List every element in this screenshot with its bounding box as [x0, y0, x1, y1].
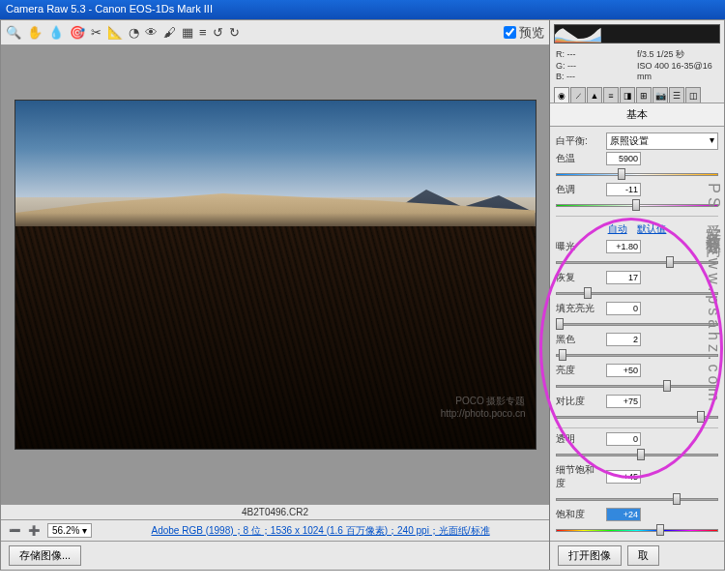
tab-lens[interactable]: ⊞	[636, 87, 652, 103]
default-link[interactable]: 默认值	[637, 223, 666, 234]
preview-label: 预览	[519, 24, 544, 42]
tab-basic[interactable]: ◉	[554, 87, 569, 103]
window-titlebar: Camera Raw 5.3 - Canon EOS-1Ds Mark III	[0, 0, 725, 19]
auto-default-links: 自动 默认值	[556, 220, 718, 238]
bottom-bar-left: 存储图像...	[1, 541, 549, 570]
clarity-label: 透明	[556, 432, 602, 446]
preview-checkbox[interactable]	[504, 26, 516, 39]
redeye-tool-icon[interactable]: 👁	[145, 25, 158, 40]
clarity-slider[interactable]	[556, 448, 718, 461]
grad-filter-icon[interactable]: ▦	[182, 25, 193, 40]
straighten-tool-icon[interactable]: 📐	[107, 25, 123, 40]
tab-presets[interactable]: ☰	[669, 87, 684, 103]
wb-label: 白平衡:	[556, 134, 602, 148]
exposure-label: 曝光	[556, 240, 602, 253]
brightness-slider[interactable]	[556, 379, 718, 393]
tint-label: 色调	[556, 183, 602, 196]
panel-title: 基本	[550, 103, 724, 127]
tab-hsl[interactable]: ≡	[603, 87, 619, 103]
side-watermark: PS爱好者教程网 www.psahz.com	[703, 183, 723, 404]
black-slider[interactable]	[556, 348, 718, 362]
color-sampler-icon[interactable]: 🎯	[70, 25, 85, 40]
rotate-cw-icon[interactable]: ↻	[229, 25, 240, 40]
clarity-value[interactable]: 0	[606, 432, 641, 446]
zoom-in-button[interactable]: ➕	[28, 525, 40, 536]
vibrance-value[interactable]: +45	[606, 470, 641, 484]
tab-strip: ◉ ⟋ ▲ ≡ ◨ ⊞ 📷 ☰ ◫	[550, 85, 724, 103]
tab-detail[interactable]: ▲	[587, 87, 602, 103]
saturation-label: 饱和度	[556, 508, 602, 521]
filename-bar: 4B2T0496.CR2	[1, 504, 549, 519]
fill-value[interactable]: 0	[606, 302, 641, 315]
left-panel: 🔍 ✋ 💧 🎯 ✂ 📐 ◔ 👁 🖌 ▦ ≡ ↺ ↻ 预览	[1, 20, 550, 570]
vibrance-slider[interactable]	[556, 492, 718, 506]
black-value[interactable]: 2	[606, 333, 641, 346]
main-container: 🔍 ✋ 💧 🎯 ✂ 📐 ◔ 👁 🖌 ▦ ≡ ↺ ↻ 预览	[0, 19, 725, 571]
open-button[interactable]: 打开图像	[558, 545, 622, 566]
rotate-ccw-icon[interactable]: ↺	[213, 25, 223, 40]
zoom-tool-icon[interactable]: 🔍	[6, 25, 21, 40]
image-area: POCO 摄影专题 http://photo.poco.cn	[1, 45, 549, 504]
exposure-slider[interactable]	[556, 255, 718, 269]
adjust-brush-icon[interactable]: 🖌	[163, 25, 176, 40]
exposure-value[interactable]: +1.80	[606, 240, 641, 253]
cancel-button[interactable]: 取	[627, 545, 659, 566]
auto-link[interactable]: 自动	[608, 223, 627, 234]
tab-split[interactable]: ◨	[620, 87, 635, 103]
crop-tool-icon[interactable]: ✂	[91, 25, 102, 40]
temp-slider[interactable]	[556, 167, 718, 181]
image-preview[interactable]: POCO 摄影专题 http://photo.poco.cn	[14, 100, 536, 450]
sliders-panel: 白平衡: 原照设置▾ 色温 5900 色调 -11 自动 默认值 曝光 +1.8…	[550, 127, 724, 541]
toolbar: 🔍 ✋ 💧 🎯 ✂ 📐 ◔ 👁 🖌 ▦ ≡ ↺ ↻ 预览	[1, 20, 549, 45]
zoom-out-button[interactable]: ➖	[9, 525, 20, 536]
histogram[interactable]	[554, 24, 720, 44]
black-label: 黑色	[556, 333, 602, 346]
tab-camera[interactable]: 📷	[652, 87, 668, 103]
hand-tool-icon[interactable]: ✋	[27, 25, 43, 40]
right-panel: R: --- G: --- B: --- f/3.5 1/25 秒 ISO 40…	[550, 20, 724, 570]
contrast-label: 对比度	[556, 395, 602, 408]
zoom-bar: ➖ ➕ 56.2% ▾ Adobe RGB (1998)；8 位；1536 x …	[1, 519, 549, 541]
temp-label: 色温	[556, 152, 602, 165]
recovery-value[interactable]: 17	[606, 271, 641, 284]
bottom-bar-right: 打开图像 取	[550, 541, 724, 570]
temp-value[interactable]: 5900	[606, 152, 641, 165]
save-button[interactable]: 存储图像...	[9, 545, 81, 566]
wb-dropdown[interactable]: 原照设置▾	[606, 132, 718, 150]
tab-snapshots[interactable]: ◫	[685, 87, 701, 103]
tint-value[interactable]: -11	[606, 183, 641, 196]
prefs-icon[interactable]: ≡	[199, 25, 207, 40]
contrast-value[interactable]: +75	[606, 395, 641, 408]
vibrance-label: 细节饱和度	[556, 463, 602, 490]
recovery-label: 恢复	[556, 271, 602, 284]
fill-label: 填充亮光	[556, 302, 602, 315]
recovery-slider[interactable]	[556, 286, 718, 300]
spot-tool-icon[interactable]: ◔	[129, 25, 139, 40]
watermark: POCO 摄影专题 http://photo.poco.cn	[441, 395, 526, 420]
saturation-slider[interactable]	[556, 523, 718, 537]
preview-toggle[interactable]: 预览	[504, 24, 544, 42]
wb-tool-icon[interactable]: 💧	[48, 25, 64, 40]
contrast-slider[interactable]	[556, 410, 718, 424]
tint-slider[interactable]	[556, 198, 718, 212]
brightness-label: 亮度	[556, 364, 602, 377]
saturation-value[interactable]: +24	[606, 508, 641, 521]
brightness-value[interactable]: +50	[606, 364, 641, 377]
zoom-select[interactable]: 56.2% ▾	[47, 523, 92, 538]
exif-info: R: --- G: --- B: --- f/3.5 1/25 秒 ISO 40…	[550, 47, 724, 85]
tab-curve[interactable]: ⟋	[570, 87, 586, 103]
fill-slider[interactable]	[556, 317, 718, 331]
workflow-link[interactable]: Adobe RGB (1998)；8 位；1536 x 1024 (1.6 百万…	[151, 524, 489, 538]
